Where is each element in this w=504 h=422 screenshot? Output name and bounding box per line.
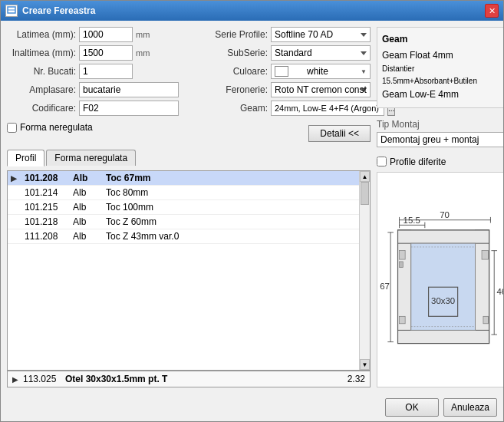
feronerie-row: Feronerie: Roto NT cremon constant: [206, 82, 371, 97]
geam-line-2: Distantier 15.5mm+Absorbant+Butilen: [382, 63, 503, 87]
svg-text:67: 67: [380, 282, 390, 291]
row-color: Alb: [73, 216, 100, 227]
details-button[interactable]: Detalii <<: [308, 125, 371, 142]
tab-forma[interactable]: Forma neregulata: [46, 150, 136, 166]
geam-info-title: Geam: [382, 32, 503, 47]
inaltimea-input[interactable]: [79, 45, 133, 61]
subserie-select[interactable]: Standard: [271, 45, 371, 61]
profile-label: Profile diferite: [390, 157, 446, 167]
amplasare-label: Amplasare:: [7, 84, 76, 95]
feronerie-select[interactable]: Roto NT cremon constant: [271, 82, 371, 97]
form-area: Latimea (mm): mm Inaltimea (mm): mm Nr. …: [7, 27, 371, 142]
geam-info-box: Geam Geam Float 4mm Distantier 15.5mm+Ab…: [377, 27, 503, 108]
row-desc: Toc 80mm: [106, 187, 356, 198]
left-panel: Latimea (mm): mm Inaltimea (mm): mm Nr. …: [7, 27, 371, 387]
profile-checkbox[interactable]: [377, 157, 387, 166]
scroll-thumb[interactable]: [361, 182, 369, 205]
row-id: 101.218: [25, 216, 67, 227]
culoare-select[interactable]: white ▼: [271, 64, 371, 79]
amplasare-row: Amplasare:: [7, 82, 179, 97]
codificare-input[interactable]: [79, 101, 179, 116]
latimea-unit: mm: [136, 30, 151, 39]
row-id: 101.215: [25, 202, 67, 213]
table-row[interactable]: 101.214 Alb Toc 80mm: [8, 186, 359, 200]
row-desc: Toc Z 43mm var.0: [106, 231, 356, 242]
geam-line-1: Geam Float 4mm: [382, 48, 503, 63]
right-panel: Geam Geam Float 4mm Distantier 15.5mm+Ab…: [377, 27, 503, 387]
geam-field-area: ...: [271, 101, 371, 116]
ok-cancel-bar: OK Anuleaza: [1, 394, 503, 421]
table-row[interactable]: ▶ 101.208 Alb Toc 67mm: [8, 171, 359, 186]
svg-text:46: 46: [496, 286, 503, 295]
svg-rect-30: [400, 316, 406, 324]
geam-label: Geam:: [206, 103, 268, 114]
bottom-arrow-icon: ▶: [12, 375, 18, 384]
bottom-item-row[interactable]: ▶ 113.025 Otel 30x30x1.5mm pt. T 2.32: [8, 370, 370, 387]
bottom-desc: Otel 30x30x1.5mm pt. T: [65, 374, 348, 384]
table-body: ▶ 101.208 Alb Toc 67mm 101.214 Alb Toc 8…: [8, 171, 359, 370]
tip-montaj-label: Tip Montaj: [377, 119, 503, 130]
main-window: Creare Fereastra ✕ Latimea (mm): mm Inal…: [0, 0, 504, 422]
color-preview: [275, 66, 288, 77]
codificare-label: Codificare:: [7, 103, 76, 114]
cancel-button[interactable]: Anuleaza: [443, 398, 497, 417]
scroll-track: [360, 182, 370, 359]
table-row[interactable]: 101.218 Alb Toc Z 60mm: [8, 215, 359, 229]
svg-rect-20: [475, 230, 489, 343]
amplasare-input[interactable]: [79, 82, 179, 97]
svg-text:30x30: 30x30: [431, 296, 455, 305]
feronerie-label: Feronerie:: [206, 84, 268, 95]
scroll-down-button[interactable]: ▼: [360, 359, 370, 370]
profile-diagram: 70 15.5 46 67: [377, 173, 503, 387]
ok-button[interactable]: OK: [385, 398, 439, 417]
forma-check-row: Forma neregulata: [7, 122, 179, 133]
table-row[interactable]: 111.208 Alb Toc Z 43mm var.0: [8, 229, 359, 244]
scroll-up-button[interactable]: ▲: [360, 171, 370, 182]
right-fields: Serie Profile: Softline 70 AD SubSerie: …: [206, 27, 371, 142]
codificare-row: Codificare:: [7, 101, 179, 116]
profile-check-row: Profile diferite: [377, 157, 503, 167]
culoare-value: white: [307, 66, 328, 77]
svg-rect-22: [398, 330, 489, 343]
row-id: 101.214: [25, 187, 67, 198]
svg-rect-28: [400, 250, 406, 259]
window-title: Creare Fereastra: [22, 5, 480, 16]
geam-line-3: Geam Low-E 4mm: [382, 87, 503, 102]
svg-rect-19: [398, 230, 411, 343]
row-color: Alb: [73, 173, 100, 183]
inaltimea-label: Inaltimea (mm):: [7, 48, 76, 58]
tip-montaj-select[interactable]: Demontaj greu + montaj: [377, 132, 503, 147]
subserie-label: SubSerie:: [206, 48, 268, 58]
row-id: 101.208: [25, 173, 67, 183]
row-desc: Toc Z 60mm: [106, 216, 356, 227]
svg-text:70: 70: [440, 209, 450, 219]
svg-rect-29: [400, 261, 404, 267]
tab-profil[interactable]: Profil: [7, 150, 44, 166]
row-color: Alb: [73, 202, 100, 213]
inaltimea-row: Inaltimea (mm): mm: [7, 45, 179, 61]
bottom-id: 113.025: [23, 374, 65, 384]
svg-rect-21: [398, 230, 489, 243]
geam-input[interactable]: [271, 101, 384, 116]
latimea-input[interactable]: [79, 27, 133, 42]
inaltimea-unit: mm: [136, 48, 151, 58]
profil-table: ▶ 101.208 Alb Toc 67mm 101.214 Alb Toc 8…: [7, 170, 371, 387]
row-color: Alb: [73, 187, 100, 198]
table-row[interactable]: 101.215 Alb Toc 100mm: [8, 200, 359, 215]
content-area: Latimea (mm): mm Inaltimea (mm): mm Nr. …: [1, 21, 503, 394]
nrbucati-input[interactable]: [79, 64, 133, 79]
serie-row: Serie Profile: Softline 70 AD: [206, 27, 371, 42]
row-color: Alb: [73, 231, 100, 242]
close-button[interactable]: ✕: [485, 4, 499, 18]
table-scroll-area: ▶ 101.208 Alb Toc 67mm 101.214 Alb Toc 8…: [8, 171, 370, 370]
geam-row: Geam: ...: [206, 101, 371, 116]
forma-checkbox[interactable]: [7, 123, 17, 133]
window-icon: [5, 5, 18, 17]
title-bar: Creare Fereastra ✕: [1, 1, 503, 21]
row-arrow-icon: ▶: [11, 174, 18, 183]
table-scrollbar[interactable]: ▲ ▼: [359, 171, 370, 370]
serie-label: Serie Profile:: [206, 29, 268, 40]
tip-montaj-area: Tip Montaj Demontaj greu + montaj: [377, 119, 503, 147]
serie-select[interactable]: Softline 70 AD: [271, 27, 371, 42]
left-fields: Latimea (mm): mm Inaltimea (mm): mm Nr. …: [7, 27, 179, 142]
